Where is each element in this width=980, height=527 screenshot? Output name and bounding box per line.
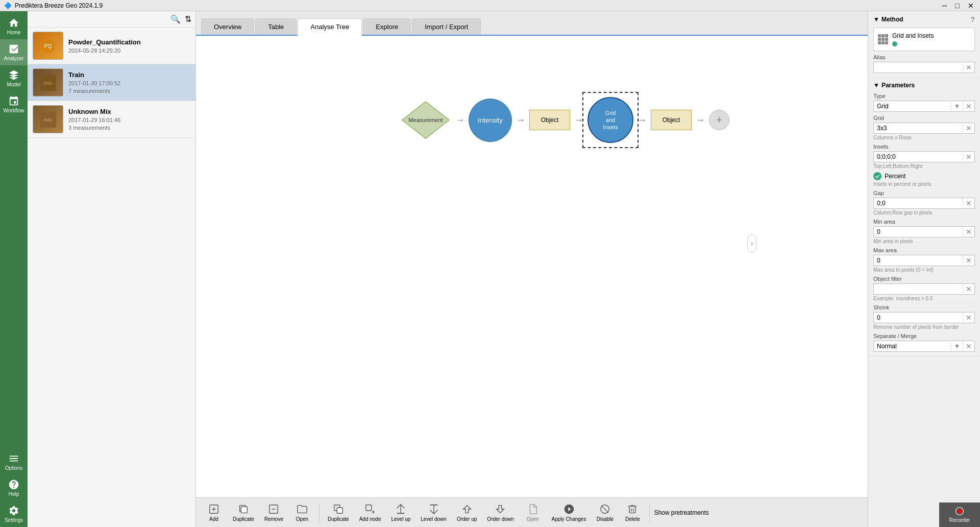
max-area-input[interactable] xyxy=(874,255,963,266)
gap-input[interactable] xyxy=(874,198,963,208)
project-date-unknown: 2017-01-29 16:01:46 xyxy=(68,117,120,123)
tab-import-export[interactable]: Import / Export xyxy=(412,18,481,35)
minimize-button[interactable]: ─ xyxy=(940,2,949,10)
node-grid-insets[interactable]: GridandInsets xyxy=(587,97,633,143)
sidebar-item-help[interactable]: Help xyxy=(0,475,28,501)
shrink-input[interactable] xyxy=(874,313,963,323)
toolbar-delete-button[interactable]: Delete xyxy=(620,501,645,524)
toolbar-open-project-button[interactable]: Open xyxy=(289,501,315,524)
svg-rect-12 xyxy=(241,507,247,513)
max-area-hint: Max area in pixels (0 = Inf) xyxy=(873,267,975,273)
restore-button[interactable]: □ xyxy=(953,2,962,10)
toolbar-add-button[interactable]: Add xyxy=(201,501,227,524)
sidebar-item-model[interactable]: Model xyxy=(0,65,28,91)
toolbar-order-up-button[interactable]: Order up xyxy=(453,501,481,524)
parameters-section-title: Parameters xyxy=(881,82,915,89)
arrow-3: → xyxy=(570,115,587,126)
shrink-input-row: ✕ xyxy=(873,312,975,323)
close-button[interactable]: ✕ xyxy=(966,2,976,10)
insets-clear-button[interactable]: ✕ xyxy=(963,152,974,162)
search-icon[interactable]: 🔍 xyxy=(170,14,181,24)
right-panel: ▼ Method ? Grid and Insets Alias xyxy=(868,11,980,527)
sidebar-item-options[interactable]: Options xyxy=(0,449,28,475)
project-item-train[interactable]: IMG Train 2017-01-30 17:00:52 7 measurem… xyxy=(28,64,195,101)
method-help-icon[interactable]: ? xyxy=(970,15,975,23)
grid-clear-button[interactable]: ✕ xyxy=(963,123,974,133)
sidebar-item-analyzer[interactable]: Analyzer xyxy=(0,39,28,65)
grid-input[interactable] xyxy=(874,123,963,133)
object-filter-clear-button[interactable]: ✕ xyxy=(963,284,974,294)
workflow-nodes: Measurement → Intensity → Object → xyxy=(400,97,729,143)
toolbar-separator-2 xyxy=(649,504,650,522)
shrink-clear-button[interactable]: ✕ xyxy=(963,313,974,323)
object-filter-input[interactable] xyxy=(874,284,963,294)
toolbar-add-node-button[interactable]: Add node xyxy=(355,501,385,524)
node-intensity[interactable]: Intensity xyxy=(469,99,512,142)
toolbar-open-button[interactable]: Open xyxy=(520,501,546,524)
toolbar-disable-button[interactable]: Disable xyxy=(592,501,618,524)
type-select-row: Grid Insets Grid and Insets ▼ ✕ xyxy=(873,101,975,112)
powder-thumb-icon: PQ xyxy=(39,37,57,55)
toolbar-level-down-button[interactable]: Level down xyxy=(416,501,451,524)
tab-table[interactable]: Table xyxy=(255,18,297,35)
sidebar-item-home[interactable]: Home xyxy=(0,13,28,39)
toolbar-duplicate-button[interactable]: Duplicate xyxy=(229,501,258,524)
separate-merge-label: Separate / Merge xyxy=(873,333,975,339)
svg-rect-23 xyxy=(430,504,437,505)
toolbar-duplicate-node-button[interactable]: Duplicate xyxy=(324,501,353,524)
project-meas-train: 7 measurements xyxy=(68,88,120,94)
min-area-clear-button[interactable]: ✕ xyxy=(963,227,974,237)
remove-icon xyxy=(268,504,279,515)
separate-merge-select[interactable]: Normal Separate Merge xyxy=(874,341,951,351)
gap-clear-button[interactable]: ✕ xyxy=(963,198,974,208)
svg-text:PQ: PQ xyxy=(44,43,52,49)
toolbar-order-down-button[interactable]: Order down xyxy=(483,501,518,524)
project-thumb-unknown: IMG xyxy=(33,105,63,133)
sort-icon[interactable]: ⇅ xyxy=(185,14,191,24)
project-item-powder[interactable]: PQ Powder_Quantification 2024-05-28 14:2… xyxy=(28,28,195,64)
apply-changes-icon xyxy=(564,504,575,515)
object-filter-hint: Example: roundness > 0.5 xyxy=(873,296,975,301)
project-panel: 🔍 ⇅ PQ Powder_Quantification 2024-05-28 … xyxy=(28,11,196,527)
type-clear-button[interactable]: ✕ xyxy=(963,101,974,111)
node-object1[interactable]: Object xyxy=(529,110,570,130)
tab-overview[interactable]: Overview xyxy=(201,18,254,35)
shrink-label: Shrink xyxy=(873,304,975,310)
toolbar-remove-button[interactable]: Remove xyxy=(260,501,287,524)
sidebar-item-workflow[interactable]: Workflow xyxy=(0,91,28,117)
show-pretreatments-label: Show pretreatments xyxy=(654,509,708,516)
svg-rect-16 xyxy=(337,508,342,513)
add-node-button[interactable]: + xyxy=(709,110,729,130)
alias-input[interactable] xyxy=(874,62,963,73)
titlebar-controls: ─ □ ✕ xyxy=(940,2,976,10)
project-item-unknown[interactable]: IMG Unknown Mix 2017-01-29 16:01:46 3 me… xyxy=(28,101,195,138)
tab-analyse-tree[interactable]: Analyse Tree xyxy=(298,18,362,36)
alias-clear-button[interactable]: ✕ xyxy=(963,62,974,73)
project-name-powder: Powder_Quantification xyxy=(68,38,141,46)
node-measurement[interactable]: Measurement xyxy=(400,100,451,140)
workflow-icon xyxy=(8,95,19,107)
insets-input[interactable] xyxy=(874,152,963,162)
center-area: Overview Table Analyse Tree Explore Impo… xyxy=(196,11,868,527)
toolbar-level-up-button[interactable]: Level up xyxy=(387,501,414,524)
arrow-1: → xyxy=(451,115,469,126)
percent-checkbox[interactable] xyxy=(873,172,881,180)
recorder-button[interactable]: Recorder xyxy=(939,502,980,527)
order-up-icon xyxy=(461,504,473,515)
duplicate-node-icon xyxy=(333,504,344,515)
collapse-right-panel-button[interactable]: › xyxy=(747,234,756,253)
separate-merge-clear-button[interactable]: ✕ xyxy=(963,341,974,351)
toolbar-apply-changes-button[interactable]: Apply Changes xyxy=(548,501,591,524)
tab-explore[interactable]: Explore xyxy=(363,18,411,35)
disable-icon xyxy=(599,504,610,515)
method-section-header[interactable]: ▼ Method ? xyxy=(873,15,975,23)
min-area-hint: Min area in pixels xyxy=(873,238,975,244)
min-area-input[interactable] xyxy=(874,227,963,237)
max-area-clear-button[interactable]: ✕ xyxy=(963,255,974,266)
type-select[interactable]: Grid Insets Grid and Insets xyxy=(874,101,951,111)
node-object2[interactable]: Object xyxy=(651,110,692,130)
parameters-section-header[interactable]: ▼ Parameters xyxy=(873,82,975,89)
grid-label: Grid xyxy=(873,115,975,121)
sidebar-item-label: Workflow xyxy=(4,108,24,113)
sidebar-item-settings[interactable]: Settings xyxy=(0,501,28,527)
